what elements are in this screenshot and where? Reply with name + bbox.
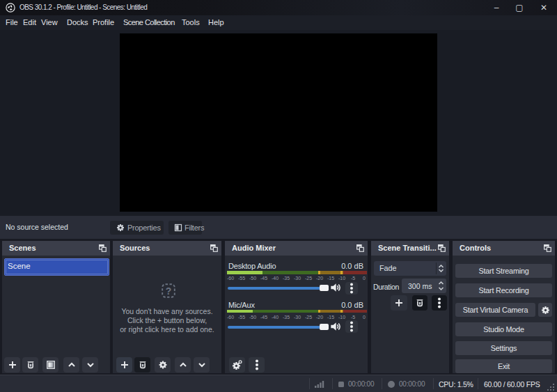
svg-text:?: ? [166,285,172,297]
